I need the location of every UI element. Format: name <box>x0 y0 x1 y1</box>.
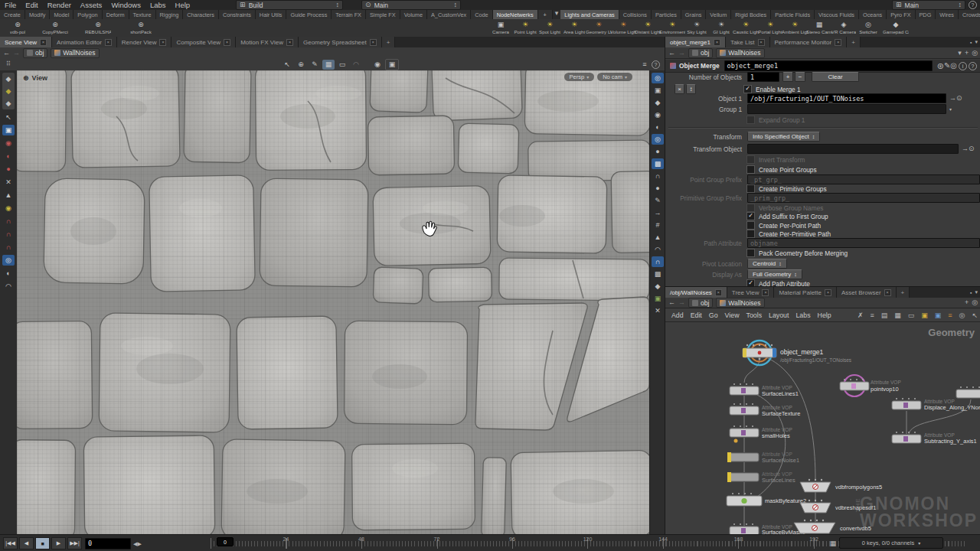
figure-icon[interactable]: ● <box>652 146 664 157</box>
tool-stereo-camera[interactable]: ▦Stereo Camera <box>807 19 831 37</box>
wireframe-toggle-icon[interactable]: ▩ <box>652 269 664 279</box>
pivot-dropdown[interactable]: Centroid↕ <box>747 259 787 269</box>
shelf-tab-modify[interactable]: Modify <box>25 10 51 19</box>
path-wallnoises[interactable]: WallNoises <box>716 298 764 308</box>
grid-view-icon[interactable]: ▦ <box>894 312 901 319</box>
shelf-tab-nodenetwerks[interactable]: NodeNetwerks <box>493 10 538 19</box>
new-tab-button[interactable]: + <box>897 287 910 298</box>
select-objects-icon[interactable]: ◉ <box>2 138 15 148</box>
tab-motion-fx-view[interactable]: Motion FX View <box>236 37 299 47</box>
menu-assets[interactable]: Assets <box>76 1 107 9</box>
lighting-icon[interactable]: ◉ <box>652 109 664 120</box>
link-target-icon[interactable]: ◎ <box>972 299 978 306</box>
back-icon[interactable]: ← <box>668 299 675 306</box>
material-ball-icon[interactable]: ▩ <box>652 158 664 169</box>
net-menu-layout[interactable]: Layout <box>769 311 789 319</box>
show-objects-icon[interactable]: ◆ <box>2 86 15 96</box>
info-icon[interactable]: i <box>959 62 967 70</box>
persp-pill[interactable]: Persp▾ <box>564 73 595 81</box>
tool-shortpack[interactable]: ⊛ shortPack <box>121 19 161 37</box>
decrement-button[interactable]: − <box>795 72 805 82</box>
camera-view-icon[interactable]: ▣ <box>652 85 664 96</box>
node-surfacelines-bypassed[interactable]: Attribute VOP SurfaceLines <box>727 471 795 484</box>
color-sample-icon[interactable]: ▣ <box>652 293 664 304</box>
ladder-icon[interactable]: ≡ <box>870 312 874 319</box>
secure-selection-icon[interactable]: ▣ <box>2 125 15 135</box>
viewport-help-icon[interactable]: ? <box>652 60 660 69</box>
node-surfacenoise1-bypassed[interactable]: Attribute VOP SurfaceNoise1 <box>727 452 799 464</box>
menu-render[interactable]: Render <box>43 1 76 9</box>
shelf-tab-constraints[interactable]: Constraints <box>219 10 256 19</box>
tool-spot-light[interactable]: ☀Spot Light <box>537 19 562 37</box>
forward-icon[interactable]: → <box>678 50 685 57</box>
shade-cap-icon[interactable]: ◠ <box>2 281 15 292</box>
close-tab-icon[interactable] <box>825 289 831 296</box>
angle-icon[interactable]: ◠ <box>652 244 664 255</box>
magnifier-icon[interactable]: ◎ <box>950 62 957 70</box>
shelf-tab-deform[interactable]: Deform <box>103 10 129 19</box>
prev-frame-button[interactable]: ◀ <box>19 537 34 549</box>
lock-handle-icon[interactable]: ◠ <box>350 60 362 70</box>
shelf-tab-collisions[interactable]: Collisions <box>619 10 652 19</box>
shelf-tab-texture[interactable]: Texture <box>129 10 156 19</box>
tool-environment-light[interactable]: ☀Environment Light <box>660 19 684 37</box>
lock-camera-icon[interactable]: ◆ <box>652 97 664 108</box>
shelf-tab-pyro-fx[interactable]: Pyro FX <box>887 10 915 19</box>
shelf-tab-characters[interactable]: Characters <box>183 10 219 19</box>
tool-distant-light[interactable]: ☀Distant Light <box>635 19 660 37</box>
transform-dropdown[interactable]: Into Specified Object↕ <box>747 132 820 142</box>
tool-rebuilshape[interactable]: ⊛ REBUILSHAPE <box>75 19 121 37</box>
node-chooser-icon[interactable]: ⊙ <box>956 95 962 102</box>
node-pointvop10[interactable]: Attribute VOP pointvop10 <box>840 375 901 396</box>
group-dropdown-icon[interactable]: ▾ <box>949 107 952 112</box>
prim-group-prefix-field[interactable]: _prim_grp_ <box>747 193 980 203</box>
close-tab-icon[interactable] <box>40 39 47 46</box>
node-displace-along-ynormal[interactable]: Attribute VOP Displace_Along_YNormal <box>892 398 980 411</box>
shelf-tab-oceans[interactable]: Oceans <box>859 10 887 19</box>
path-obj[interactable]: obj <box>688 48 713 58</box>
menu-help[interactable]: Help <box>171 1 195 9</box>
pane-menu-icon[interactable]: ▾ <box>975 39 978 45</box>
edit-tool-icon[interactable]: ✎ <box>309 60 321 70</box>
tool-switcher[interactable]: ◎Switcher <box>856 19 880 37</box>
tool-point-light[interactable]: ☀Point Light <box>513 19 537 37</box>
tab-render-view[interactable]: Render View <box>117 37 172 47</box>
scene-selector[interactable]: ⊙ Main ↕ <box>361 0 461 10</box>
snap-box-icon[interactable]: ▭ <box>336 60 348 70</box>
menu-windows[interactable]: Windows <box>106 1 145 9</box>
grid-toggle-icon[interactable]: ∩ <box>652 256 664 267</box>
shelf-tab-particles[interactable]: Particles <box>652 10 681 19</box>
pane-maximize-icon[interactable]: ▪ <box>970 290 972 295</box>
tool-area-light[interactable]: ☀Area Light <box>562 19 586 37</box>
tool-portal-light[interactable]: ☀Portal Light <box>758 19 782 37</box>
invert-transform-checkbox[interactable] <box>746 155 755 164</box>
frame-step-icons[interactable]: ◀▶ <box>133 541 142 546</box>
wire-shade-icon[interactable]: ∩ <box>652 171 664 181</box>
viewport-3d[interactable]: ⊛ View Persp▾ No cam▾ <box>17 70 649 534</box>
tab-scene-view[interactable]: Scene View <box>0 37 52 47</box>
show-displays-icon[interactable]: ◆ <box>2 73 15 84</box>
close-tab-icon[interactable] <box>159 39 166 46</box>
shelf-overflow-icon[interactable]: ▾ <box>555 10 559 19</box>
tab-take-list[interactable]: Take List <box>726 37 770 47</box>
shelf-tab-simple-fx[interactable]: Simple FX <box>366 10 400 19</box>
shelf-tab-hair-utils[interactable]: Hair Utils <box>256 10 287 19</box>
node-surfacelines1[interactable]: Attribute VOP SurfaceLines1 <box>730 383 799 397</box>
camera-orbit-icon[interactable]: ◐ <box>2 268 15 279</box>
close-tab-icon[interactable] <box>286 39 293 46</box>
node-surfacetexture[interactable]: Attribute VOP SurfaceTexture <box>730 403 800 417</box>
node-name-field[interactable]: object_merge1 <box>724 60 933 71</box>
net-menu-edit[interactable]: Edit <box>691 311 702 319</box>
close-tab-icon[interactable] <box>835 39 841 46</box>
network-editor[interactable]: Geometry <box>665 322 980 534</box>
menu-file[interactable]: File <box>0 1 21 9</box>
add-suffix-checkbox[interactable] <box>746 212 755 220</box>
node-jump-icon[interactable]: → <box>962 145 969 152</box>
tool-ambient-light[interactable]: ☀Ambient Light <box>782 19 807 37</box>
show-primitives-icon[interactable]: ◆ <box>2 98 15 109</box>
shelf-tab-code[interactable]: Code <box>471 10 492 19</box>
gear-icon[interactable]: ⊛ <box>937 62 944 70</box>
forward-icon[interactable]: → <box>678 299 685 306</box>
tab-composite-view[interactable]: Composite View <box>172 37 236 47</box>
shelf-tab-vellum[interactable]: Vellum <box>706 10 731 19</box>
